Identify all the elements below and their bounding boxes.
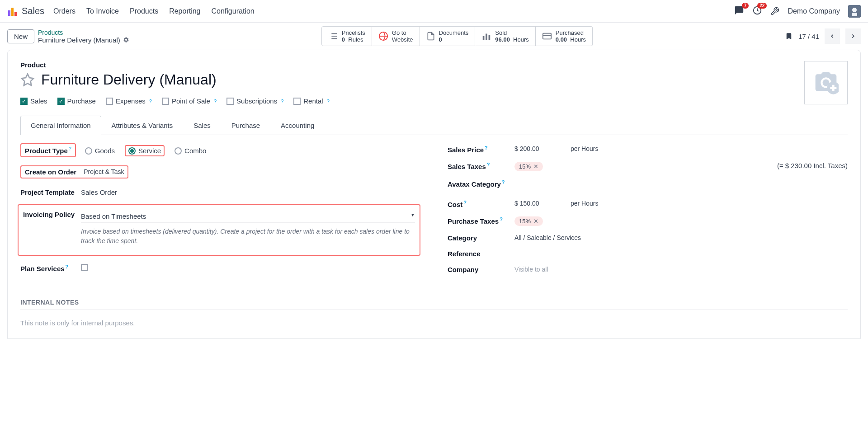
- tab-accounting[interactable]: Accounting: [270, 116, 325, 135]
- create-on-order-label: Create on Order: [25, 168, 76, 176]
- product-title[interactable]: Furniture Delivery (Manual): [41, 71, 217, 88]
- sales-tax-tag[interactable]: 15%✕: [514, 162, 543, 171]
- chevron-left-icon: [829, 33, 835, 39]
- chk-purchase[interactable]: ✓Purchase: [57, 97, 96, 105]
- nav-reporting[interactable]: Reporting: [169, 7, 200, 15]
- sales-price-value[interactable]: $ 200.00: [514, 143, 571, 154]
- product-label: Product: [20, 61, 848, 69]
- create-on-order-value[interactable]: Project & Task: [84, 168, 124, 175]
- favorite-star-icon[interactable]: [20, 73, 35, 87]
- help-icon[interactable]: ?: [149, 99, 152, 104]
- svg-rect-15: [486, 34, 487, 40]
- purchase-tax-tag[interactable]: 15%✕: [514, 216, 543, 226]
- gear-icon[interactable]: [123, 37, 129, 43]
- pager-prev[interactable]: [825, 28, 840, 44]
- stat-label: Pricelists: [342, 29, 365, 36]
- document-icon: [426, 32, 435, 41]
- tax-remove-icon[interactable]: ✕: [533, 163, 538, 170]
- svg-marker-19: [22, 74, 34, 85]
- company-value[interactable]: Visible to all: [514, 264, 548, 273]
- form-sheet: Product Furniture Delivery (Manual) ✓Sal…: [7, 50, 861, 339]
- avatax-label: Avatax Category?: [448, 178, 514, 188]
- radio-goods[interactable]: Goods: [85, 145, 115, 156]
- chk-sales[interactable]: ✓Sales: [20, 97, 47, 105]
- internal-notes-input[interactable]: This note is only for internal purposes.: [20, 319, 848, 327]
- chk-subscriptions[interactable]: Subscriptions?: [226, 97, 283, 105]
- new-button[interactable]: New: [7, 29, 34, 43]
- stat-sold[interactable]: Sold 96.00 Hours: [475, 26, 535, 46]
- help-icon[interactable]: ?: [500, 216, 503, 222]
- svg-point-5: [852, 8, 857, 12]
- avatar[interactable]: [848, 5, 861, 18]
- help-icon[interactable]: ?: [463, 200, 467, 205]
- svg-rect-14: [483, 36, 485, 40]
- svg-rect-17: [543, 33, 551, 39]
- bookmark-icon[interactable]: [785, 32, 793, 40]
- tab-sales[interactable]: Sales: [183, 116, 221, 135]
- invoicing-policy-label: Invoicing Policy: [23, 209, 81, 218]
- invoicing-policy-select[interactable]: Based on Timesheets ▼: [81, 211, 415, 222]
- category-value[interactable]: All / Saleable / Services: [514, 232, 581, 242]
- help-icon[interactable]: ?: [214, 99, 217, 104]
- chk-pos[interactable]: Point of Sale?: [162, 97, 217, 105]
- help-icon[interactable]: ?: [502, 179, 505, 185]
- help-icon[interactable]: ?: [69, 146, 71, 151]
- sales-price-label: Sales Price?: [448, 143, 514, 154]
- help-icon[interactable]: ?: [66, 264, 69, 269]
- tab-purchase[interactable]: Purchase: [221, 116, 270, 135]
- credit-card-icon: [542, 31, 552, 41]
- product-type-label: Product Type: [25, 147, 68, 155]
- pager-text[interactable]: 17 / 41: [798, 33, 819, 40]
- stat-purchased[interactable]: Purchased 0.00 Hours: [536, 26, 593, 46]
- company-selector[interactable]: Demo Company: [788, 7, 840, 15]
- app-name[interactable]: Sales: [22, 6, 44, 16]
- plan-services-checkbox[interactable]: [81, 264, 88, 271]
- category-label: Category: [448, 232, 514, 242]
- svg-rect-16: [489, 35, 491, 40]
- pager: 17 / 41: [785, 28, 861, 44]
- help-icon[interactable]: ?: [487, 162, 490, 167]
- tab-attributes[interactable]: Attributes & Variants: [101, 116, 184, 135]
- control-panel: New Products Furniture Delivery (Manual)…: [0, 23, 868, 50]
- messages-icon[interactable]: 7: [734, 5, 744, 17]
- project-template-label: Project Template: [20, 187, 81, 196]
- internal-notes-title: INTERNAL NOTES: [20, 299, 848, 310]
- messages-badge: 7: [742, 3, 749, 9]
- breadcrumb-products[interactable]: Products: [38, 29, 129, 36]
- nav-configuration[interactable]: Configuration: [212, 7, 255, 15]
- stat-buttons: Pricelists 0 Rules Go to Website Documen…: [321, 26, 593, 46]
- radio-service[interactable]: Service: [128, 147, 161, 155]
- sales-price-unit: per Hours: [571, 143, 598, 154]
- help-icon[interactable]: ?: [485, 145, 488, 150]
- pager-next[interactable]: [845, 28, 861, 44]
- tax-remove-icon[interactable]: ✕: [533, 218, 538, 225]
- invoicing-policy-help: Invoice based on timesheets (delivered q…: [81, 227, 415, 246]
- stat-goto-website[interactable]: Go to Website: [372, 26, 420, 46]
- activities-badge: 22: [757, 3, 767, 9]
- project-template-value[interactable]: Sales Order: [81, 187, 420, 196]
- top-nav: Sales Orders To Invoice Products Reporti…: [0, 0, 868, 23]
- radio-combo[interactable]: Combo: [175, 145, 206, 156]
- camera-add-icon: [813, 70, 839, 95]
- product-image-placeholder[interactable]: [804, 61, 848, 104]
- chk-expenses[interactable]: Expenses?: [106, 97, 152, 105]
- stat-documents[interactable]: Documents 0: [420, 26, 476, 46]
- purchase-taxes-label: Purchase Taxes?: [448, 215, 514, 226]
- tools-icon[interactable]: [770, 7, 779, 16]
- nav-products[interactable]: Products: [130, 7, 158, 15]
- tabs: General Information Attributes & Variant…: [20, 116, 848, 135]
- nav-orders[interactable]: Orders: [53, 7, 75, 15]
- help-icon[interactable]: ?: [281, 99, 283, 104]
- breadcrumb-title: Furniture Delivery (Manual): [38, 36, 120, 44]
- cost-value[interactable]: $ 150.00: [514, 198, 571, 208]
- svg-rect-6: [852, 13, 857, 16]
- bar-chart-icon: [481, 31, 491, 41]
- nav-to-invoice[interactable]: To Invoice: [86, 7, 119, 15]
- stat-pricelists[interactable]: Pricelists 0 Rules: [321, 26, 372, 46]
- globe-icon: [378, 31, 388, 41]
- incl-taxes: (= $ 230.00 Incl. Taxes): [777, 160, 848, 171]
- chk-rental[interactable]: Rental?: [293, 97, 329, 105]
- tab-general[interactable]: General Information: [20, 116, 101, 135]
- help-icon[interactable]: ?: [327, 99, 330, 104]
- activities-icon[interactable]: 22: [752, 5, 762, 17]
